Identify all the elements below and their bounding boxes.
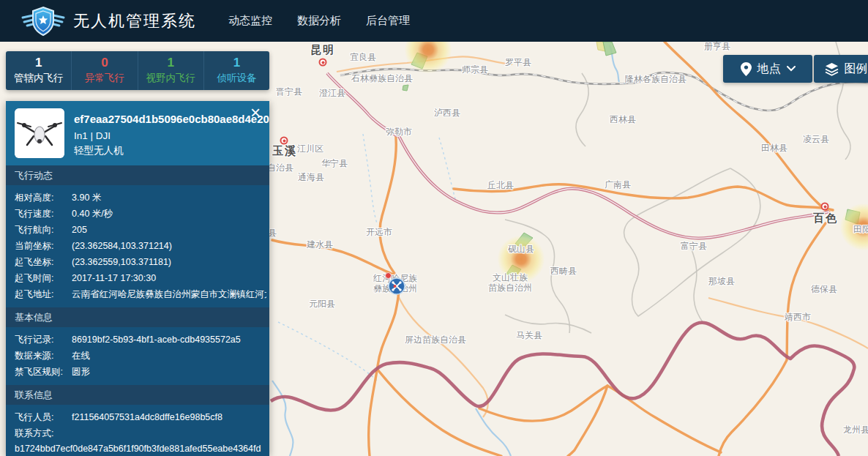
stat-label: 管辖内飞行 <box>6 72 71 85</box>
panel-header: ef7eaa27504d1b5096e0cb80ae8d4e20 In1 | D… <box>6 101 269 165</box>
map-place-label: 建水县 <box>307 239 333 251</box>
info-value: 205 <box>72 225 87 235</box>
info-row: 数据来源:在线 <box>15 348 266 364</box>
city-marker-icon <box>821 203 829 211</box>
info-label: 起飞地址: <box>15 286 72 302</box>
map-place-label: 丘北县 <box>487 179 514 192</box>
stat-label: 异常飞行 <box>72 72 137 85</box>
stats-bar: 1管辖内飞行0异常飞行1视野内飞行1侦听设备 <box>6 51 269 90</box>
nav-item[interactable]: 动态监控 <box>225 10 275 32</box>
info-value: 3.90 米 <box>72 193 101 203</box>
map-place-label: 通海县 <box>298 171 324 184</box>
app-logo-icon <box>20 5 66 37</box>
app-title: 无人机管理系统 <box>73 10 196 32</box>
map-place-label: 册亨县 <box>704 40 730 53</box>
drone-type: 轻型无人机 <box>74 144 269 157</box>
stat-value: 1 <box>204 56 269 70</box>
nav-item[interactable]: 数据分析 <box>294 10 344 32</box>
chevron-down-icon <box>787 66 796 72</box>
map-place-label: 屏边苗族自治县 <box>405 334 466 346</box>
map-controls: 地点 图例 <box>723 55 868 83</box>
map-place-label: 弥勒市 <box>386 126 412 138</box>
section-header: 联系信息 <box>6 385 269 405</box>
map-place-label: 罗平县 <box>505 56 531 69</box>
location-button[interactable]: 地点 <box>723 55 812 83</box>
info-label: 禁飞区规则: <box>15 364 72 380</box>
drone-detail-panel: ef7eaa27504d1b5096e0cb80ae8d4e20 In1 | D… <box>6 101 269 456</box>
info-row: 飞行航向:205 <box>15 222 266 238</box>
location-button-label: 地点 <box>757 61 781 77</box>
info-value: f211564057531a4dc8dffe16e98b5cf8 <box>72 412 222 422</box>
stat-cell[interactable]: 1侦听设备 <box>204 51 269 90</box>
info-label: 飞行人员: <box>15 409 72 425</box>
legend-button[interactable]: 图例 <box>814 55 868 83</box>
map-place-label: 富宁县 <box>681 240 707 253</box>
info-label: 飞行航向: <box>15 222 72 238</box>
info-value: (23.362584,103.371214) <box>72 241 172 251</box>
info-label: 联系方式: <box>15 425 266 441</box>
stat-value: 0 <box>72 56 137 70</box>
drone-marker[interactable] <box>388 277 405 295</box>
info-label: 飞行速度: <box>15 206 72 222</box>
info-row: 飞行速度:0.40 米/秒 <box>15 206 266 222</box>
stat-cell[interactable]: 1管辖内飞行 <box>6 51 72 90</box>
map-place-label: 那坡县 <box>708 275 735 288</box>
stat-cell[interactable]: 1视野内飞行 <box>138 51 204 90</box>
info-value: b1724bbd7ecf0de847a5b6f1f90fb3fde881afed… <box>15 441 266 456</box>
layers-icon <box>825 62 839 76</box>
stat-label: 侦听设备 <box>204 72 269 85</box>
map-place-label: 龙州县 <box>843 424 868 436</box>
info-row: 起飞时间:2017-11-17 17:30:30 <box>15 270 266 286</box>
top-navbar: 无人机管理系统 动态监控数据分析后台管理 <box>0 0 868 42</box>
map-place-label: 凌云县 <box>803 133 829 146</box>
info-label: 相对高度: <box>15 190 72 206</box>
info-value: 2017-11-17 17:30:30 <box>72 273 156 283</box>
map-place-label: 江川区 <box>297 143 323 155</box>
section-body: 飞行人员:f211564057531a4dc8dffe16e98b5cf8联系方… <box>6 405 269 456</box>
section-header: 基本信息 <box>6 307 269 327</box>
drone-summary: ef7eaa27504d1b5096e0cb80ae8d4e20 In1 | D… <box>74 108 269 158</box>
section-body: 飞行记录:86919bf2-5b93-4bf1-aceb-cdb4935572a… <box>6 327 269 385</box>
nav-item[interactable]: 后台管理 <box>363 10 413 32</box>
stat-cell[interactable]: 0异常飞行 <box>72 51 138 90</box>
map-place-label: 昆明 <box>310 43 335 57</box>
info-value: 在线 <box>72 351 90 361</box>
map-place-label: 百色 <box>813 212 838 225</box>
map-place-label: 田阳 <box>853 223 868 236</box>
map-place-label: 华宁县 <box>321 157 348 170</box>
map-place-label: 德保县 <box>811 283 837 296</box>
info-row: 相对高度:3.90 米 <box>15 190 266 206</box>
close-icon[interactable]: × <box>250 102 261 123</box>
section-header: 飞行动态 <box>6 165 269 185</box>
map-place-label: 石林彝族自治县 <box>351 72 413 85</box>
panel-sections: 飞行动态相对高度:3.90 米飞行速度:0.40 米/秒飞行航向:205当前坐标… <box>6 165 269 456</box>
info-label: 起飞坐标: <box>15 254 72 270</box>
map-place-label: 自治县 <box>267 162 293 174</box>
map-place-label: 靖西市 <box>785 311 811 324</box>
info-value: (23.362559,103.371181) <box>72 257 171 267</box>
map-place-label: 澄江县 <box>319 87 345 100</box>
city-marker-icon <box>319 59 327 67</box>
stat-value: 1 <box>6 56 71 70</box>
section-body: 相对高度:3.90 米飞行速度:0.40 米/秒飞行航向:205当前坐标:(23… <box>6 185 269 307</box>
map-place-label: 广南县 <box>605 179 631 191</box>
info-value: 圆形 <box>72 367 90 377</box>
legend-button-label: 图例 <box>845 61 868 77</box>
map-place-label: 马关县 <box>516 329 542 342</box>
map-place-label: 西畴县 <box>550 265 577 277</box>
info-label: 数据来源: <box>15 348 72 364</box>
stat-value: 1 <box>138 56 203 70</box>
map-place-label: 玉溪 <box>272 144 297 158</box>
info-value: 云南省红河哈尼族彝族自治州蒙自市文澜镇红河大道 <box>72 289 266 299</box>
info-value: 86919bf2-5b93-4bf1-aceb-cdb4935572a5 <box>72 334 241 345</box>
map-place-label: 田林县 <box>761 142 787 154</box>
map-place-label: 砚山县 <box>508 243 534 255</box>
info-row: 当前坐标:(23.362584,103.371214) <box>15 238 266 254</box>
drone-thumbnail <box>15 108 64 158</box>
alert-dot-icon <box>385 272 392 279</box>
drone-id: ef7eaa27504d1b5096e0cb80ae8d4e20 <box>74 113 269 125</box>
drone-model: In1 | DJI <box>74 130 269 141</box>
info-row: 禁飞区规则:圆形 <box>15 364 266 380</box>
drone-marker-icon <box>388 277 405 295</box>
nav-menu: 动态监控数据分析后台管理 <box>225 10 413 32</box>
